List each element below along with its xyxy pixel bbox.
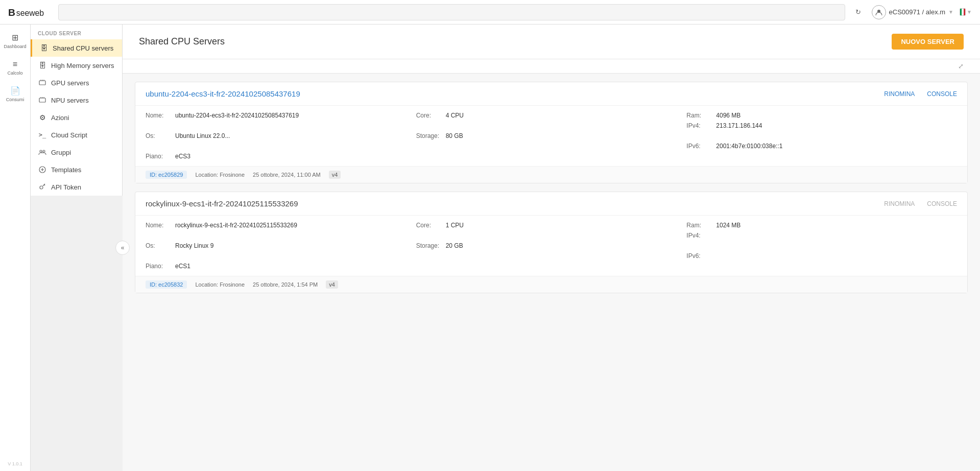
detail-row-core: Core: 4 CPU xyxy=(416,112,687,119)
sidebar-item-npu[interactable]: NPU servers xyxy=(31,91,122,109)
piano-value: eCS3 xyxy=(175,153,190,160)
core-label-2: Core: xyxy=(416,222,443,229)
os-value-2: Rocky Linux 9 xyxy=(175,242,213,249)
dashboard-icon: ⊞ xyxy=(12,33,18,42)
svg-rect-3 xyxy=(39,81,45,85)
server-meta: ID: ec205829 Location: Frosinone 25 otto… xyxy=(135,166,967,183)
os-value: Ubuntu Linux 22.0... xyxy=(175,132,230,139)
sidebar-item-dashboard[interactable]: ⊞ Dashboard xyxy=(3,29,28,53)
refresh-button[interactable]: ↻ xyxy=(851,5,866,19)
nome-label-2: Nome: xyxy=(146,222,172,229)
user-icon xyxy=(872,5,886,19)
sidebar-item-label-gpu: GPU servers xyxy=(51,79,89,87)
detail-row-storage-2: Storage: 20 GB xyxy=(416,242,687,249)
detail-row-nome-2: Nome: rockylinux-9-ecs1-it-fr2-202410251… xyxy=(146,222,416,229)
language-flag[interactable]: ▼ xyxy=(960,8,972,16)
server-name-plain: rockylinux-9-ecs1-it-fr2-202410251155332… xyxy=(146,199,298,208)
sidebar-item-api-token[interactable]: API Token xyxy=(31,178,122,196)
server-id-badge-2: ID: ec205832 xyxy=(146,280,187,289)
sidebar-item-azioni[interactable]: ⚙ Azioni xyxy=(31,109,122,126)
svg-point-12 xyxy=(43,150,45,152)
sidebar-item-shared-cpu[interactable]: 🗄 Shared CPU servers xyxy=(31,39,122,57)
svg-rect-7 xyxy=(39,98,45,102)
nav-narrow: ⊞ Dashboard ≡ Calcolo 📄 Consumi V 1.0.1 xyxy=(0,25,31,471)
detail-row-piano-2: Piano: eCS1 xyxy=(146,263,416,270)
topbar: B seeweb ↻ eCS00971 / alex.m ▼ ▼ xyxy=(0,0,980,25)
consumi-label: Consumi xyxy=(6,97,25,102)
server-actions: RINOMINA CONSOLE xyxy=(884,90,957,98)
ipv4-label-2: IPv4: xyxy=(686,232,713,239)
detail-row-ipv6-2: IPv6: xyxy=(686,252,957,260)
server-version-badge-2: v4 xyxy=(326,280,338,289)
npu-icon xyxy=(38,96,47,105)
rinomina-button-2[interactable]: RINOMINA xyxy=(884,200,915,207)
sidebar-item-label-cloud-script: Cloud Script xyxy=(51,131,87,139)
detail-row-ipv6: IPv6: 2001:4b7e:0100:038e::1 xyxy=(686,143,957,150)
sidebar-item-cloud-script[interactable]: >_ Cloud Script xyxy=(31,126,122,144)
storage-label: Storage: xyxy=(416,132,443,139)
piano-label: Piano: xyxy=(146,153,172,160)
server-meta-2: ID: ec205832 Location: Frosinone 25 otto… xyxy=(135,276,967,293)
templates-icon xyxy=(38,165,47,174)
sidebar-item-high-memory[interactable]: 🗄 High Memory servers xyxy=(31,57,122,74)
storage-label-2: Storage: xyxy=(416,242,443,249)
sidebar-wrapper: CLOUD SERVER 🗄 Shared CPU servers 🗄 High… xyxy=(31,25,123,471)
svg-point-14 xyxy=(40,186,43,189)
server-card-2: rockylinux-9-ecs1-it-fr2-202410251155332… xyxy=(135,192,968,293)
os-label-2: Os: xyxy=(146,242,172,249)
sidebar-item-templates[interactable]: Templates xyxy=(31,161,122,178)
detail-row-piano: Piano: eCS3 xyxy=(146,153,416,160)
console-button-2[interactable]: CONSOLE xyxy=(927,200,957,207)
server-actions-2: RINOMINA CONSOLE xyxy=(884,200,957,207)
detail-row-nome: Nome: ubuntu-2204-ecs3-it-fr2-2024102508… xyxy=(146,112,416,119)
detail-row-ipv4-2: IPv4: xyxy=(686,232,957,239)
shared-cpu-icon: 🗄 xyxy=(39,43,49,53)
search-input[interactable] xyxy=(58,4,845,20)
page-header: Shared CPU Servers NUOVO SERVER xyxy=(123,25,980,59)
ipv6-value: 2001:4b7e:0100:038e::1 xyxy=(716,143,782,150)
sidebar-item-consumi[interactable]: 📄 Consumi xyxy=(3,82,28,106)
collapse-bar: ⤢ xyxy=(123,59,980,74)
ram-label: Ram: xyxy=(686,112,713,119)
svg-point-11 xyxy=(40,150,42,152)
gpu-icon xyxy=(38,78,47,87)
sidebar-item-gpu[interactable]: GPU servers xyxy=(31,74,122,91)
sidebar-item-label-api-token: API Token xyxy=(51,183,81,191)
detail-row-os: Os: Ubuntu Linux 22.0... xyxy=(146,132,416,139)
sidebar-item-label-shared-cpu: Shared CPU servers xyxy=(53,44,113,52)
nuovo-server-button[interactable]: NUOVO SERVER xyxy=(892,34,964,50)
collapse-icon[interactable]: ⤢ xyxy=(958,62,964,70)
ram-label-2: Ram: xyxy=(686,222,713,229)
main-content: Shared CPU Servers NUOVO SERVER ⤢ ubuntu… xyxy=(123,25,980,471)
sidebar-item-gruppi[interactable]: Gruppi xyxy=(31,144,122,161)
core-value-2: 1 CPU xyxy=(446,222,464,229)
ipv6-label: IPv6: xyxy=(686,143,713,150)
dashboard-label: Dashboard xyxy=(4,44,26,49)
server-name-link[interactable]: ubuntu-2204-ecs3-it-fr2-2024102508543761… xyxy=(146,89,300,98)
sidebar-item-calcolo[interactable]: ≡ Calcolo xyxy=(3,55,28,80)
high-memory-icon: 🗄 xyxy=(38,61,47,70)
sidebar-collapse-button[interactable]: « xyxy=(115,241,130,255)
server-version-badge: v4 xyxy=(329,171,341,179)
core-label: Core: xyxy=(416,112,443,119)
detail-row-ram-2: Ram: 1024 MB xyxy=(686,222,957,229)
piano-value-2: eCS1 xyxy=(175,263,190,270)
server-card-header-2: rockylinux-9-ecs1-it-fr2-202410251155332… xyxy=(135,192,967,216)
azioni-icon: ⚙ xyxy=(38,113,47,122)
sidebar: CLOUD SERVER 🗄 Shared CPU servers 🗄 High… xyxy=(31,25,123,196)
server-date: 25 ottobre, 2024, 11:00 AM xyxy=(253,172,321,178)
version-label: V 1.0.1 xyxy=(8,461,22,466)
user-menu[interactable]: eCS00971 / alex.m ▼ xyxy=(872,5,953,19)
detail-row-storage: Storage: 80 GB xyxy=(416,132,687,139)
cloud-script-icon: >_ xyxy=(38,130,47,139)
sidebar-item-label-gruppi: Gruppi xyxy=(51,149,71,156)
server-card-header: ubuntu-2204-ecs3-it-fr2-2024102508543761… xyxy=(135,82,967,106)
console-button[interactable]: CONSOLE xyxy=(927,90,957,98)
calcolo-icon: ≡ xyxy=(13,60,17,69)
ipv6-label-2: IPv6: xyxy=(686,252,713,260)
storage-value: 80 GB xyxy=(446,132,463,139)
server-details-2: Nome: rockylinux-9-ecs1-it-fr2-202410251… xyxy=(135,216,967,276)
chevron-down-icon: ▼ xyxy=(948,9,953,15)
rinomina-button[interactable]: RINOMINA xyxy=(884,90,915,98)
nome-label: Nome: xyxy=(146,112,172,119)
